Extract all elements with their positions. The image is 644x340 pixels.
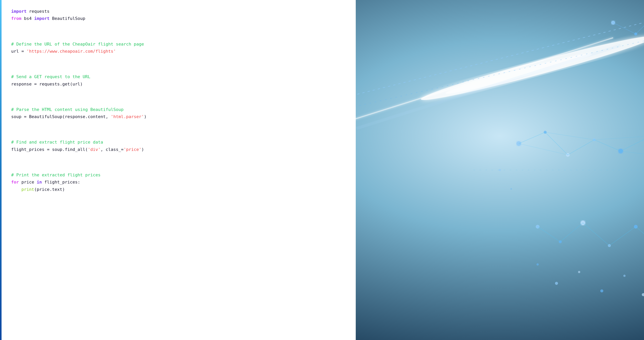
for-plain2: flight_prices: [42,180,80,184]
print-args: (price.text) [34,187,65,192]
div-string: 'div' [88,147,100,152]
code-block: import requests from bs4 import Beautifu… [11,8,346,211]
print-fn: print [22,187,34,192]
svg-point-68 [536,263,539,266]
comment-print: # Print the extracted flight prices [11,173,101,177]
html-parser-string: 'html.parser' [111,114,144,119]
svg-point-70 [578,271,580,273]
svg-point-86 [510,188,512,190]
left-accent-bar [0,0,2,340]
svg-point-69 [555,282,558,285]
svg-point-26 [516,141,521,146]
response-line: response = requests.get(url) [11,82,83,87]
flight-prices-plain2: , class_= [101,147,124,152]
price-string: 'price' [124,147,142,152]
print-section: # Print the extracted flight prices for … [11,171,346,193]
soup-line-plain1: soup = BeautifulSoup(response.content, [11,114,111,119]
code-panel: import requests from bs4 import Beautifu… [2,0,356,340]
background-panel [356,0,644,340]
soup-close: ) [144,114,146,119]
keyword-import: import [11,9,26,14]
beautifulsoup-plain: BeautifulSoup [50,16,85,21]
svg-point-72 [623,275,626,277]
flight-prices-plain1: flight_prices = soup.find_all( [11,147,88,152]
parse-section: # Parse the HTML content using Beautiful… [11,106,346,120]
import-requests: requests [26,9,49,14]
flight-prices-close: ) [142,147,144,152]
keyword-for: for [11,180,19,184]
url-assignment: url = [11,49,26,54]
for-plain1: price [19,180,37,184]
imports-section: import requests from bs4 import Beautifu… [11,8,346,22]
keyword-in: in [37,180,42,184]
url-string: 'https://www.cheapoair.com/flights' [26,49,116,54]
svg-point-71 [600,289,603,292]
url-section: # Define the URL of the CheapOair flight… [11,41,346,55]
bs4-plain: bs4 [22,16,34,21]
network-illustration [356,0,644,340]
comment-parse: # Parse the HTML content using Beautiful… [11,107,124,112]
findall-section: # Find and extract flight price data fli… [11,139,346,153]
comment-find: # Find and extract flight price data [11,140,103,145]
keyword-import2: import [34,16,49,21]
comment-url: # Define the URL of the CheapOair flight… [11,42,144,47]
keyword-from: from [11,16,22,21]
comment-get: # Send a GET request to the URL [11,74,90,79]
get-section: # Send a GET request to the URL response… [11,73,346,88]
